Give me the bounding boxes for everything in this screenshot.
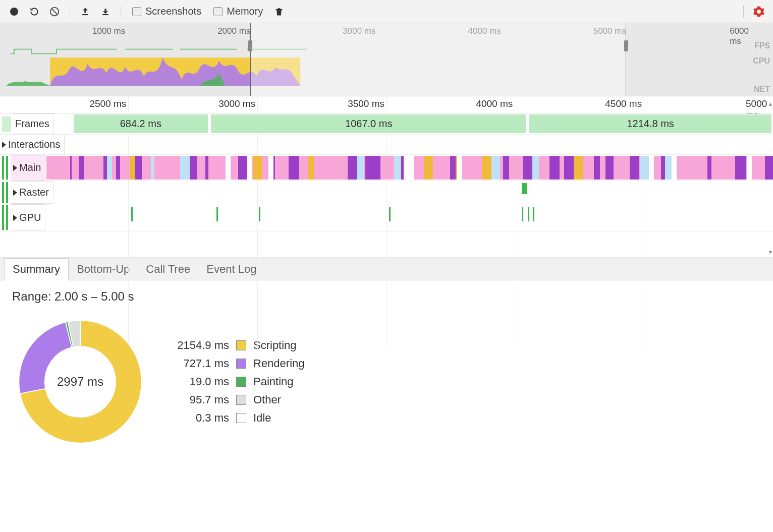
upload-button[interactable] bbox=[76, 3, 94, 21]
legend-label: Idle bbox=[253, 411, 305, 425]
tab-event-log[interactable]: Event Log bbox=[198, 259, 264, 280]
legend-swatch bbox=[236, 359, 246, 369]
memory-toggle[interactable]: Memory bbox=[213, 6, 263, 17]
gpu-event[interactable] bbox=[522, 207, 523, 221]
scroll-up-icon[interactable]: ▴ bbox=[769, 100, 772, 107]
detail-ruler[interactable]: 2500 ms 3000 ms 3500 ms 4000 ms 4500 ms … bbox=[0, 96, 773, 113]
checkbox-icon bbox=[213, 7, 223, 16]
interactions-header[interactable]: Interactions bbox=[0, 135, 65, 154]
screenshots-label: Screenshots bbox=[145, 6, 201, 17]
gpu-event[interactable] bbox=[216, 207, 218, 221]
frames-header[interactable]: Frames bbox=[13, 113, 54, 134]
overview-timeline[interactable]: 1000 ms 2000 ms 3000 ms 4000 ms 5000 ms … bbox=[0, 23, 773, 96]
legend-value: 2154.9 ms bbox=[169, 339, 229, 352]
divider bbox=[121, 6, 121, 18]
legend-label: Rendering bbox=[253, 357, 305, 370]
chevron-right-icon bbox=[13, 190, 17, 196]
svg-rect-3 bbox=[82, 14, 88, 15]
fps-label: FPS bbox=[754, 41, 770, 50]
screenshots-toggle[interactable]: Screenshots bbox=[132, 6, 201, 17]
tick: 1000 ms bbox=[92, 26, 125, 36]
tick: 3000 ms bbox=[218, 98, 257, 109]
legend-swatch bbox=[236, 340, 246, 350]
net-label: NET bbox=[754, 85, 770, 94]
tab-call-tree[interactable]: Call Tree bbox=[138, 259, 198, 280]
legend-label: Scripting bbox=[253, 339, 305, 352]
selection-handle-left[interactable] bbox=[248, 40, 252, 51]
garbage-collect-button[interactable] bbox=[270, 3, 288, 21]
track-gutter bbox=[2, 205, 10, 230]
legend-value: 19.0 ms bbox=[169, 375, 229, 388]
tick: 4500 ms bbox=[605, 98, 644, 109]
download-button[interactable] bbox=[96, 3, 115, 21]
svg-rect-4 bbox=[102, 14, 108, 15]
memory-label: Memory bbox=[227, 6, 263, 17]
main-track[interactable]: Main bbox=[0, 155, 773, 181]
legend-swatch bbox=[236, 377, 246, 387]
donut-total: 2997 ms bbox=[12, 314, 148, 450]
tick: 4000 ms bbox=[476, 98, 515, 109]
tick: 3500 ms bbox=[348, 98, 386, 109]
selection-handle-right[interactable] bbox=[624, 40, 628, 51]
divider bbox=[70, 6, 70, 18]
legend-label: Other bbox=[253, 393, 305, 406]
frame-block[interactable]: 1214.8 ms bbox=[529, 114, 771, 133]
summary-legend: 2154.9 msScripting727.1 msRendering19.0 … bbox=[169, 339, 305, 425]
tick: 2000 ms bbox=[217, 26, 250, 36]
legend-value: 727.1 ms bbox=[169, 357, 229, 370]
raster-header[interactable]: Raster bbox=[11, 181, 53, 204]
gpu-event[interactable] bbox=[259, 207, 260, 221]
summary-donut: 2997 ms bbox=[12, 314, 148, 450]
tab-summary[interactable]: Summary bbox=[4, 258, 69, 280]
gpu-event[interactable] bbox=[528, 207, 529, 221]
legend-value: 0.3 ms bbox=[169, 411, 229, 425]
track-gutter bbox=[2, 182, 10, 203]
divider bbox=[743, 6, 744, 18]
tick: 2500 ms bbox=[89, 98, 128, 109]
tick: 6000 ms bbox=[730, 26, 751, 46]
clear-button[interactable] bbox=[45, 3, 64, 21]
track-gutter bbox=[2, 156, 10, 180]
toolbar: Screenshots Memory bbox=[0, 0, 773, 23]
cpu-label: CPU bbox=[753, 56, 770, 66]
flamechart-area[interactable]: Frames 684.2 ms 1067.0 ms 1214.8 ms Inte… bbox=[0, 113, 773, 258]
raster-event[interactable] bbox=[522, 183, 527, 194]
overview-selection[interactable] bbox=[250, 23, 626, 96]
chevron-right-icon bbox=[13, 215, 17, 221]
frame-block[interactable]: 684.2 ms bbox=[74, 114, 208, 133]
tab-bottom-up[interactable]: Bottom-Up bbox=[69, 259, 138, 280]
reload-button[interactable] bbox=[25, 3, 43, 21]
empty-track bbox=[0, 231, 773, 258]
main-flamechart[interactable] bbox=[46, 156, 773, 180]
gpu-event[interactable] bbox=[389, 207, 391, 221]
svg-line-2 bbox=[52, 9, 58, 14]
scroll-down-icon[interactable]: ▾ bbox=[769, 249, 772, 256]
legend-value: 95.7 ms bbox=[169, 393, 229, 406]
frame-block[interactable]: 1067.0 ms bbox=[211, 114, 526, 133]
record-button[interactable] bbox=[5, 3, 23, 21]
chevron-right-icon bbox=[2, 142, 6, 148]
frame-thumbnail bbox=[2, 116, 11, 132]
main-header[interactable]: Main bbox=[11, 155, 45, 181]
frames-track[interactable]: Frames 684.2 ms 1067.0 ms 1214.8 ms bbox=[0, 113, 773, 135]
legend-label: Painting bbox=[253, 375, 305, 388]
checkbox-icon bbox=[132, 7, 141, 16]
gpu-event[interactable] bbox=[533, 207, 534, 221]
raster-track[interactable]: Raster bbox=[0, 181, 773, 204]
chevron-right-icon bbox=[13, 165, 17, 171]
gpu-track[interactable]: GPU bbox=[0, 204, 773, 231]
legend-swatch bbox=[236, 395, 246, 405]
settings-button[interactable] bbox=[750, 3, 768, 21]
legend-swatch bbox=[236, 413, 246, 423]
gpu-header[interactable]: GPU bbox=[11, 204, 45, 231]
gpu-event[interactable] bbox=[131, 207, 133, 221]
interactions-track[interactable]: Interactions bbox=[0, 135, 773, 155]
svg-point-0 bbox=[10, 8, 18, 16]
